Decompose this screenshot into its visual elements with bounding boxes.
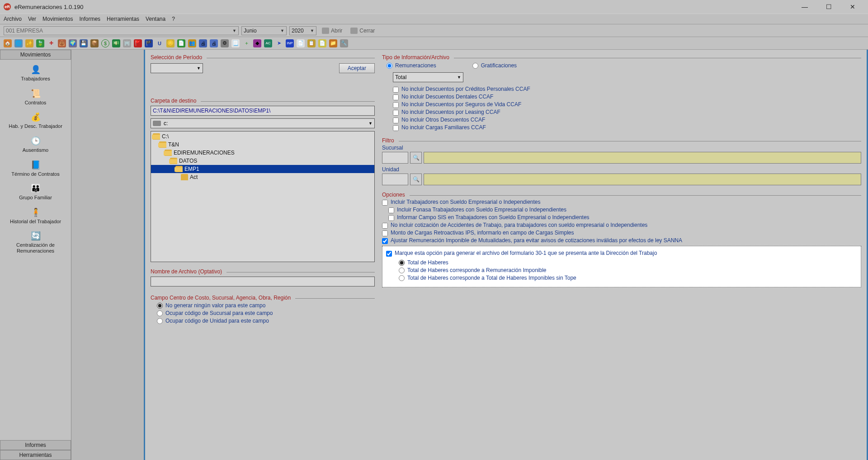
disk-icon[interactable]: 💾 <box>80 39 88 47</box>
unidad-code-input[interactable] <box>382 174 408 185</box>
radio-gratificaciones[interactable]: Gratificaciones <box>472 62 517 69</box>
sidebar-item-contratos[interactable]: 📜 Contratos <box>0 86 71 109</box>
globe2-icon[interactable]: 🌍 <box>69 39 77 47</box>
chk-nc4[interactable]: No incluir Descuentos por Leasing CCAF <box>393 109 861 116</box>
doc-green-icon[interactable]: 📄 <box>177 39 185 47</box>
clipboard-icon[interactable]: 📋 <box>307 39 316 47</box>
bag-icon[interactable]: 👜 <box>58 39 66 47</box>
page-icon[interactable]: 📃 <box>231 39 240 47</box>
menu-informes[interactable]: Informes <box>79 16 100 22</box>
path-input[interactable] <box>151 106 375 116</box>
tree-node-emp1[interactable]: EMP1 <box>151 165 374 173</box>
globe-icon[interactable]: 🌐 <box>14 39 23 47</box>
u-icon[interactable]: U <box>156 39 164 47</box>
menu-ver[interactable]: Ver <box>28 16 36 22</box>
dollar-icon[interactable]: $ <box>101 39 109 47</box>
chk-op4[interactable]: No incluir cotización de Accidentes de T… <box>382 222 861 229</box>
close-button[interactable]: ✕ <box>846 1 859 12</box>
checkbox-input[interactable] <box>382 230 388 236</box>
sucursal-name-input[interactable] <box>424 152 861 164</box>
checkbox-input[interactable] <box>393 94 399 100</box>
tree-node-datos[interactable]: DATOS <box>151 157 374 165</box>
checkbox-input[interactable] <box>386 251 392 257</box>
chk-op1[interactable]: Incluir Trabajadores con Sueldo Empresar… <box>382 199 861 206</box>
cc-radio-2[interactable]: Ocupar código de Sucursal para este camp… <box>157 310 375 316</box>
chk-nc5[interactable]: No incluir Otros Descuentos CCAF <box>393 117 861 123</box>
tree-node-edi[interactable]: EDIREMUNERACIONES <box>151 149 374 157</box>
cerrar-button[interactable]: Cerrar <box>348 27 377 35</box>
arrow-icon[interactable]: ➤ <box>275 39 283 47</box>
checkbox-input[interactable] <box>382 238 388 244</box>
menu-ayuda[interactable]: ? <box>172 16 175 22</box>
periodo-select[interactable]: ▼ <box>151 63 203 73</box>
checkbox-input[interactable] <box>393 117 399 123</box>
total-select[interactable]: Total ▼ <box>393 72 463 82</box>
month-select[interactable]: Junio ▼ <box>241 26 287 35</box>
menu-archivo[interactable]: Archivo <box>4 16 22 22</box>
chk-nc1[interactable]: No incluir Descuentos por Créditos Perso… <box>393 86 861 93</box>
sidebar-section-movimientos[interactable]: Movimientos <box>0 50 71 60</box>
radio-thr1[interactable]: Total de Haberes <box>399 259 857 266</box>
chk-op5[interactable]: Monto de Cargas Retroactivas IPS, inform… <box>382 230 861 236</box>
coin-icon[interactable]: 🪙 <box>166 39 175 47</box>
checkbox-input[interactable] <box>393 110 399 116</box>
radio-input[interactable] <box>387 63 392 69</box>
tool-icon[interactable]: 🔧 <box>340 39 348 47</box>
gear-icon[interactable]: ⚙ <box>221 39 229 47</box>
radio-input[interactable] <box>472 63 478 69</box>
building-icon[interactable]: 🏢 <box>123 39 131 47</box>
chk-op2[interactable]: Incluir Fonasa Trabajadores con Sueldo E… <box>388 207 861 213</box>
menu-movimientos[interactable]: Movimientos <box>42 16 73 22</box>
sidebar-item-historial[interactable]: 🧍 Historial del Trabajador <box>0 205 71 228</box>
checkbox-input[interactable] <box>388 207 394 213</box>
cash-icon[interactable]: 💵 <box>112 39 120 47</box>
flag2-icon[interactable]: 🏴 <box>145 39 153 47</box>
company-select[interactable]: 001 EMPRESA ▼ <box>4 26 239 35</box>
unidad-name-input[interactable] <box>424 174 861 185</box>
checkbox-input[interactable] <box>382 200 388 206</box>
checkbox-input[interactable] <box>393 87 399 93</box>
sucursal-code-input[interactable] <box>382 152 408 164</box>
maximize-button[interactable]: ☐ <box>822 1 835 12</box>
sidebar-item-habdesc[interactable]: 💰 Hab. y Desc. Trabajador <box>0 110 71 133</box>
sidebar-item-centralizacion[interactable]: 🔄 Centralización de Remuneraciones <box>0 229 71 257</box>
inp-icon[interactable]: INP <box>286 39 294 47</box>
chk-op3[interactable]: Informar Campo SIS en Trabajadores con S… <box>388 214 861 221</box>
radio-input[interactable] <box>399 275 405 281</box>
home-icon[interactable]: 🏠 <box>4 39 12 47</box>
unidad-lookup-button[interactable]: 🔍 <box>410 174 422 185</box>
drive-select[interactable]: c: ▼ <box>151 118 375 128</box>
chk-op6[interactable]: Ajustar Remuneración Imponible de Mutual… <box>382 237 861 244</box>
print2-icon[interactable]: 🖨 <box>210 39 218 47</box>
sidebar-section-informes[interactable]: Informes <box>0 440 71 450</box>
radio-input[interactable] <box>157 310 163 316</box>
achs-icon[interactable]: AC <box>264 39 272 47</box>
plus2-icon[interactable]: ＋ <box>242 39 250 47</box>
doc3-icon[interactable]: 📄 <box>318 39 326 47</box>
people-icon[interactable]: 👥 <box>188 39 196 47</box>
plus-icon[interactable]: ✚ <box>47 39 55 47</box>
sparkle-icon[interactable]: ✨ <box>25 39 33 47</box>
menu-ventana[interactable]: Ventana <box>146 16 165 22</box>
checkbox-input[interactable] <box>382 223 388 229</box>
chk-nc3[interactable]: No incluir Descuentos por Seguros de Vid… <box>393 101 861 108</box>
minimize-button[interactable]: — <box>798 1 811 12</box>
chk-nc2[interactable]: No incluir Descuentos Dentales CCAF <box>393 94 861 100</box>
menu-herramientas[interactable]: Herramientas <box>107 16 139 22</box>
radio-remuneraciones[interactable]: Remuneraciones <box>387 62 436 69</box>
leaf-icon[interactable]: 🍃 <box>36 39 44 47</box>
radio-input[interactable] <box>399 268 405 273</box>
sidebar-item-ausentismo[interactable]: 🕒 Ausentismo <box>0 134 71 157</box>
chk-nc6[interactable]: No incluir Cargas Familiares CCAF <box>393 124 861 131</box>
tree-node-act[interactable]: Act <box>151 173 374 181</box>
checkbox-input[interactable] <box>393 102 399 108</box>
checkbox-input[interactable] <box>388 215 394 221</box>
box-icon[interactable]: 📦 <box>90 39 99 47</box>
sidebar-item-trabajadores[interactable]: 👤 Trabajadores <box>0 62 71 85</box>
tree-node-c[interactable]: C:\ <box>151 132 374 141</box>
radio-thr3[interactable]: Total de Haberes corresponde a Total de … <box>399 275 857 281</box>
abrir-button[interactable]: Abrir <box>319 27 345 35</box>
flag-icon[interactable]: 🚩 <box>134 39 142 47</box>
chk-op7[interactable]: Marque esta opción para generar el archi… <box>386 250 857 257</box>
aceptar-button[interactable]: Aceptar <box>339 63 375 73</box>
